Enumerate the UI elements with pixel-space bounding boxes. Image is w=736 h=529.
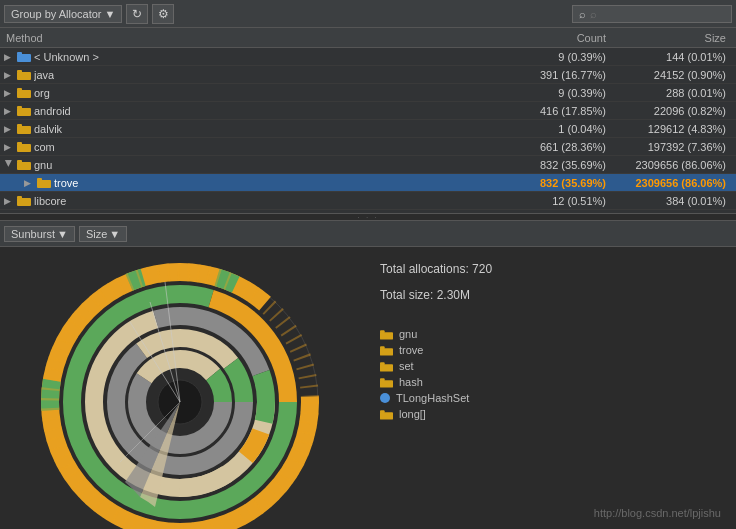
group-by-button[interactable]: Group by Allocator ▼: [4, 5, 122, 23]
search-box[interactable]: ⌕: [572, 5, 732, 23]
row-method: ▶ dalvik: [0, 123, 496, 135]
legend-folder-icon: [380, 345, 393, 356]
table-row[interactable]: ▶ libcore 12 (0.51%) 384 (0.01%): [0, 192, 736, 210]
table-row[interactable]: ▶ dalvik 1 (0.04%) 129612 (4.83%): [0, 120, 736, 138]
svg-rect-49: [380, 362, 385, 365]
folder-icon: [17, 51, 31, 62]
folder-icon: [17, 69, 31, 80]
toolbar-left: Group by Allocator ▼ ↻ ⚙: [4, 4, 174, 24]
legend-dot-icon: [380, 393, 390, 403]
row-method: ▶ org: [0, 87, 496, 99]
row-method: ▶ gnu: [0, 159, 496, 171]
size-header: Size: [616, 32, 736, 44]
expand-arrow-icon: ▶: [4, 142, 14, 152]
row-label: < Unknown >: [34, 51, 99, 63]
row-label: android: [34, 105, 71, 117]
row-size: 384 (0.01%): [616, 195, 736, 207]
expand-arrow-icon: ▶: [4, 88, 14, 98]
legend-item: trove: [380, 344, 716, 356]
row-label: gnu: [34, 159, 52, 171]
svg-rect-52: [380, 412, 393, 419]
legend-label: TLongHashSet: [396, 392, 469, 404]
row-method: ▶ libcore: [0, 195, 496, 207]
folder-icon: [17, 159, 31, 170]
group-by-label: Group by Allocator: [11, 8, 102, 20]
table-row[interactable]: ▶ gnu 832 (35.69%) 2309656 (86.06%): [0, 156, 736, 174]
row-count: 832 (35.69%): [496, 159, 616, 171]
row-count: 661 (28.36%): [496, 141, 616, 153]
row-label: com: [34, 141, 55, 153]
folder-icon: [17, 141, 31, 152]
refresh-button[interactable]: ↻: [126, 4, 148, 24]
table-row[interactable]: ▶ trove 832 (35.69%) 2309656 (86.06%): [0, 174, 736, 192]
table-row[interactable]: ▶ com 661 (28.36%) 197392 (7.36%): [0, 138, 736, 156]
svg-rect-5: [17, 88, 22, 91]
row-label: libcore: [34, 195, 66, 207]
folder-icon: [37, 177, 51, 188]
table-row[interactable]: ▶ org 9 (0.39%) 288 (0.01%): [0, 84, 736, 102]
svg-rect-15: [37, 178, 42, 181]
row-count: 391 (16.77%): [496, 69, 616, 81]
table-row[interactable]: ▶ android 416 (17.85%) 22096 (0.82%): [0, 102, 736, 120]
count-header: Count: [496, 32, 616, 44]
row-method: ▶ android: [0, 105, 496, 117]
main-toolbar: Group by Allocator ▼ ↻ ⚙ ⌕: [0, 0, 736, 28]
svg-rect-10: [17, 144, 31, 152]
svg-rect-53: [380, 410, 385, 413]
size-button[interactable]: Size ▼: [79, 226, 127, 242]
table-row[interactable]: ▶ java 391 (16.77%) 24152 (0.90%): [0, 66, 736, 84]
row-count: 416 (17.85%): [496, 105, 616, 117]
table-row[interactable]: ▶ < Unknown > 9 (0.39%) 144 (0.01%): [0, 48, 736, 66]
svg-rect-1: [17, 52, 22, 55]
legend-folder-icon: [380, 377, 393, 388]
expand-arrow-icon: ▶: [4, 196, 14, 206]
settings-button[interactable]: ⚙: [152, 4, 174, 24]
legend-item: gnu: [380, 328, 716, 340]
row-size: 129612 (4.83%): [616, 123, 736, 135]
row-size: 2309656 (86.06%): [616, 177, 736, 189]
folder-icon: [17, 195, 31, 206]
row-method: ▶ java: [0, 69, 496, 81]
svg-rect-47: [380, 346, 385, 349]
expand-arrow-icon: ▶: [4, 52, 14, 62]
svg-rect-12: [17, 162, 31, 170]
row-count: 1 (0.04%): [496, 123, 616, 135]
table-header: Method Count Size: [0, 28, 736, 48]
dropdown-arrow-icon: ▼: [105, 8, 116, 20]
row-size: 2309656 (86.06%): [616, 159, 736, 171]
folder-icon: [17, 105, 31, 116]
svg-rect-16: [17, 198, 31, 206]
row-size: 144 (0.01%): [616, 51, 736, 63]
svg-rect-45: [380, 330, 385, 333]
panel-divider: · · ·: [0, 213, 736, 221]
row-method: ▶ trove: [0, 177, 496, 189]
row-label: java: [34, 69, 54, 81]
search-input[interactable]: [590, 8, 720, 20]
row-size: 22096 (0.82%): [616, 105, 736, 117]
svg-rect-44: [380, 332, 393, 339]
svg-rect-17: [17, 196, 22, 199]
legend-label: gnu: [399, 328, 417, 340]
svg-rect-11: [17, 142, 22, 145]
row-method: ▶ com: [0, 141, 496, 153]
row-label: org: [34, 87, 50, 99]
expand-arrow-icon: ▶: [4, 70, 14, 80]
svg-rect-8: [17, 126, 31, 134]
svg-rect-46: [380, 348, 393, 355]
svg-rect-6: [17, 108, 31, 116]
sunburst-chart: [0, 247, 360, 529]
table-area: Method Count Size ▶ < Unknown > 9 (0.39%…: [0, 28, 736, 213]
method-header: Method: [0, 32, 496, 44]
sunburst-label: Sunburst: [11, 228, 55, 240]
legend-label: hash: [399, 376, 423, 388]
row-label: trove: [54, 177, 78, 189]
legend-folder-icon: [380, 409, 393, 420]
expand-arrow-icon: ▶: [24, 178, 34, 188]
row-method: ▶ < Unknown >: [0, 51, 496, 63]
svg-rect-3: [17, 70, 22, 73]
svg-rect-7: [17, 106, 22, 109]
row-count: 9 (0.39%): [496, 51, 616, 63]
legend-item: long[]: [380, 408, 716, 420]
sunburst-button[interactable]: Sunburst ▼: [4, 226, 75, 242]
sunburst-svg: [35, 257, 325, 529]
